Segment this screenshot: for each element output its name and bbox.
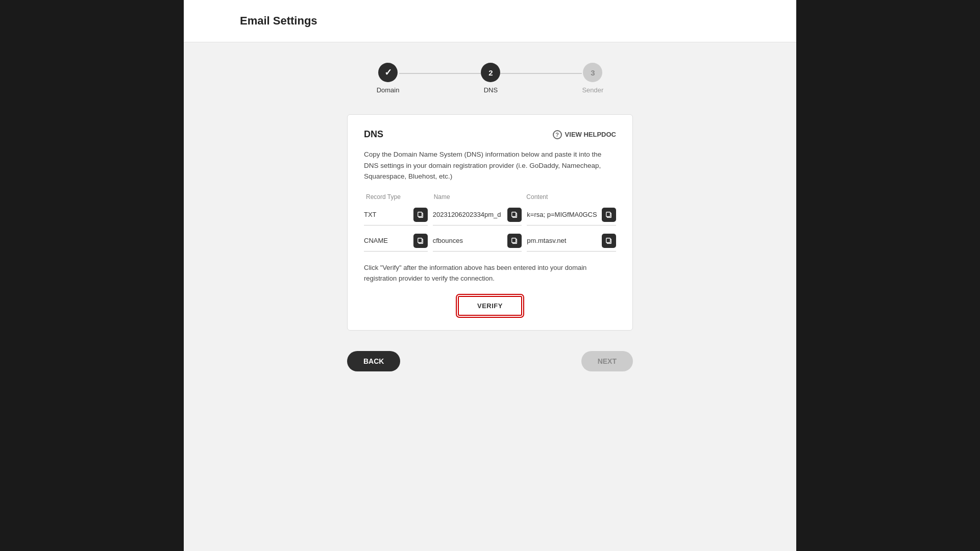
help-icon: ? [553,130,562,139]
dns-field-name-1: 20231206202334pm_d [433,205,522,226]
step-circle-domain: ✓ [378,63,398,82]
step-connector-2 [500,73,582,74]
back-button[interactable]: BACK [347,351,400,371]
copy-name-1-button[interactable] [507,208,522,222]
copy-record-type-2-button[interactable] [413,234,428,248]
svg-rect-11 [606,238,610,243]
copy-content-2-button[interactable] [602,234,616,248]
copy-icon [417,211,424,218]
checkmark-icon: ✓ [384,67,392,78]
svg-rect-5 [606,212,610,217]
dns-row-txt: TXT 20231206202334pm_d [364,205,616,226]
svg-rect-7 [418,238,422,243]
copy-name-2-button[interactable] [507,234,522,248]
step-sender: 3 Sender [582,63,603,94]
dns-value-record-type-2: CNAME [364,237,410,244]
nav-buttons: BACK NEXT [347,351,633,371]
dns-card-title: DNS [364,129,383,140]
copy-icon [605,211,612,218]
step-label-sender: Sender [582,86,603,94]
dns-value-name-2: cfbounces [433,237,505,244]
col-name: Name [434,193,522,201]
help-link-label: VIEW HELPDOC [565,131,616,138]
svg-rect-3 [512,212,516,217]
dns-table: Record Type Name Content TXT [364,193,616,252]
dns-field-name-2: cfbounces [433,231,522,252]
dns-card: DNS ? VIEW HELPDOC Copy the Domain Name … [347,114,633,331]
copy-icon [417,237,424,244]
main-content: ✓ Domain 2 DNS 3 Sender [184,42,796,392]
step-number-dns: 2 [488,68,493,77]
page-title: Email Settings [240,14,740,28]
col-record-type: Record Type [366,193,429,201]
copy-content-1-button[interactable] [602,208,616,222]
svg-rect-9 [512,238,516,243]
dns-value-name-1: 20231206202334pm_d [433,211,505,218]
copy-icon [605,237,612,244]
svg-rect-1 [418,212,422,217]
verify-button[interactable]: VERIFY [458,296,522,316]
dns-instructions: Click "Verify" after the information abo… [364,263,616,284]
help-link[interactable]: ? VIEW HELPDOC [553,130,616,139]
step-circle-sender: 3 [583,63,602,82]
page-container: Email Settings ✓ Domain 2 DNS [184,0,796,551]
step-label-dns: DNS [484,86,498,94]
copy-icon [511,211,518,218]
step-circle-dns: 2 [481,63,500,82]
copy-record-type-1-button[interactable] [413,208,428,222]
dns-row-cname: CNAME cfbounces [364,231,616,252]
step-number-sender: 3 [591,68,595,77]
dns-description: Copy the Domain Name System (DNS) inform… [364,149,616,182]
step-connector-1 [399,73,481,74]
step-domain: ✓ Domain [377,63,400,94]
dns-value-content-1: k=rsa; p=MIGfMA0GCS [527,211,599,218]
dns-value-content-2: pm.mtasv.net [527,237,599,244]
page-header: Email Settings [184,0,796,42]
stepper: ✓ Domain 2 DNS 3 Sender [240,63,740,94]
step-dns: 2 DNS [481,63,500,94]
col-content: Content [526,193,614,201]
next-button[interactable]: NEXT [581,351,633,371]
dns-card-header: DNS ? VIEW HELPDOC [364,129,616,140]
dns-value-record-type-1: TXT [364,211,410,218]
dns-field-record-type-1: TXT [364,205,428,226]
dns-field-content-1: k=rsa; p=MIGfMA0GCS [527,205,616,226]
verify-btn-container: VERIFY [364,296,616,316]
dns-table-header: Record Type Name Content [364,193,616,201]
step-label-domain: Domain [377,86,400,94]
copy-icon [511,237,518,244]
dns-field-content-2: pm.mtasv.net [527,231,616,252]
dns-field-record-type-2: CNAME [364,231,428,252]
